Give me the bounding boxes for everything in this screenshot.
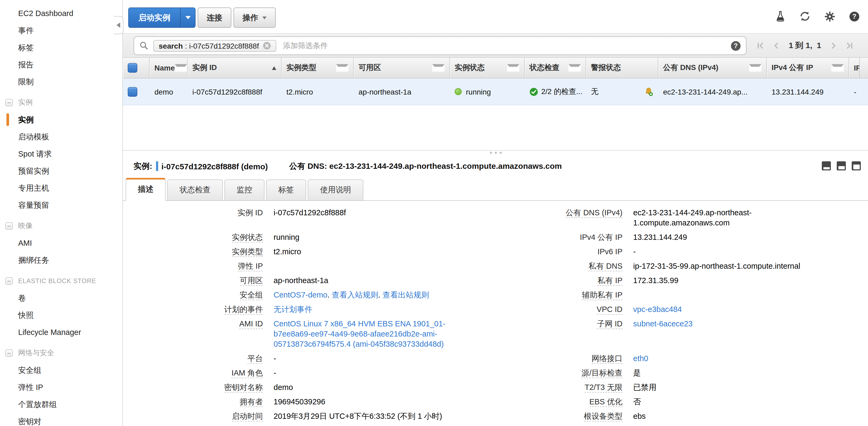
tab-0[interactable]: 描述	[126, 178, 166, 201]
detail-text: 196945039296	[274, 397, 326, 406]
detail-row-0: 实例 IDi-07c57d1292c8f888f公有 DNS (IPv4)ec2…	[131, 206, 831, 230]
sidebar-item-1[interactable]: 事件	[0, 22, 122, 39]
search-help-icon[interactable]: ?	[731, 41, 741, 51]
sidebar-item-6[interactable]: 实例	[0, 111, 122, 128]
column-header-IPv6 IP[interactable]: IPv6 IP	[849, 58, 860, 78]
sidebar-item-17[interactable]: 快照	[0, 306, 122, 324]
tab-4[interactable]: 使用说明	[308, 179, 363, 200]
sidebar-item-18[interactable]: Lifecycle Manager	[0, 324, 122, 341]
sidebar-item-9[interactable]: 预留实例	[0, 162, 122, 179]
detail-value: ap-northeast-1a	[263, 273, 458, 288]
detail-text: 172.31.35.99	[633, 276, 678, 285]
selection-marker	[156, 161, 158, 171]
sort-icon	[432, 64, 444, 72]
cell-ipv6: -	[849, 78, 860, 105]
detail-link[interactable]: CentOS Linux 7 x86_64 HVM EBS ENA 1901_0…	[274, 320, 445, 348]
first-page-button[interactable]	[756, 42, 764, 49]
detail-row-8: 平台-网络接口eth0	[131, 352, 831, 366]
actions-button[interactable]: 操作	[234, 7, 276, 28]
pane-medium-button[interactable]	[837, 161, 846, 170]
tab-2[interactable]: 监控	[224, 179, 265, 200]
collapse-minus-icon[interactable]	[5, 99, 13, 106]
sidebar-label: 快照	[18, 311, 34, 320]
create-alarm-bell-icon[interactable]	[644, 87, 653, 96]
sidebar-item-10[interactable]: 专用主机	[0, 179, 122, 197]
sidebar-item-0[interactable]: EC2 Dashboard	[0, 5, 122, 22]
row-checkbox[interactable]	[128, 87, 137, 96]
pane-splitter[interactable]	[123, 150, 868, 154]
settings-gear-icon[interactable]	[825, 11, 835, 22]
splitter-dot	[490, 152, 492, 154]
detail-link[interactable]: CentOS7-demo	[274, 291, 328, 299]
sidebar-item-8[interactable]: Spot 请求	[0, 145, 122, 162]
column-header-警报状态[interactable]: 警报状态	[586, 58, 658, 78]
sidebar-item-3[interactable]: 报告	[0, 56, 122, 73]
sidebar-label: 预留实例	[18, 167, 49, 175]
cell-text: t2.micro	[286, 87, 313, 96]
collapse-minus-icon[interactable]	[5, 277, 13, 285]
sidebar-item-2[interactable]: 标签	[0, 39, 122, 56]
sidebar-label: EC2 Dashboard	[18, 9, 73, 18]
detail-label: 实例类型	[131, 244, 263, 259]
pane-large-button[interactable]	[852, 161, 861, 170]
detail-link[interactable]: eth0	[633, 354, 648, 363]
column-header-实例状态[interactable]: 实例状态	[450, 58, 525, 78]
column-header-checkbox[interactable]	[123, 58, 150, 78]
filter-tag[interactable]: search : i-07c57d1292c8f888f	[153, 40, 276, 52]
sidebar-item-16[interactable]: 卷	[0, 290, 122, 306]
sidebar-item-7[interactable]: 启动模板	[0, 128, 122, 145]
search-icon	[140, 41, 149, 50]
sidebar-item-11[interactable]: 容量预留	[0, 197, 122, 214]
column-label: 实例状态	[455, 63, 485, 73]
detail-label: 启动时间	[131, 409, 263, 424]
flask-icon[interactable]	[775, 11, 785, 22]
cell-text: ap-northeast-1a	[359, 87, 411, 96]
remove-filter-icon[interactable]	[262, 42, 271, 50]
sidebar-item-13[interactable]: AMI	[0, 234, 122, 252]
refresh-icon[interactable]	[799, 11, 811, 22]
column-header-实例类型[interactable]: 实例类型	[282, 58, 354, 78]
sidebar-item-14[interactable]: 捆绑任务	[0, 252, 122, 269]
launch-instance-button[interactable]: 启动实例	[128, 7, 195, 28]
select-all-checkbox[interactable]	[128, 63, 137, 73]
pane-small-button[interactable]	[822, 161, 831, 170]
sidebar-item-4[interactable]: 限制	[0, 73, 122, 90]
detail-text: ap-northeast-1a	[274, 276, 328, 285]
details-title-label: 实例:	[133, 161, 152, 171]
column-header-实例 ID[interactable]: 实例 ID	[188, 58, 282, 78]
next-page-button[interactable]	[830, 42, 837, 49]
detail-link[interactable]: 查看出站规则	[382, 291, 429, 299]
last-page-button[interactable]	[846, 42, 853, 49]
chevron-down-icon	[262, 16, 267, 19]
prev-page-button[interactable]	[773, 42, 780, 49]
table-row[interactable]: demoi-07c57d1292c8f888ft2.microap-northe…	[123, 78, 868, 105]
column-header-状态检查[interactable]: 状态检查	[525, 58, 586, 78]
actions-label: 操作	[243, 8, 258, 27]
sort-icon	[336, 64, 348, 72]
sidebar-item-23[interactable]: 密钥对	[0, 413, 122, 426]
detail-text: 是	[633, 368, 641, 377]
column-header-Name[interactable]: Name	[150, 58, 188, 78]
connect-button[interactable]: 连接	[198, 7, 231, 28]
detail-link[interactable]: 无计划事件	[274, 305, 312, 314]
detail-value: 否	[622, 395, 831, 409]
launch-instance-dropdown[interactable]	[180, 8, 195, 27]
tab-1[interactable]: 状态检查	[167, 179, 223, 200]
detail-link[interactable]: subnet-6acece23	[633, 320, 693, 328]
column-header-可用区[interactable]: 可用区	[354, 58, 450, 78]
search-input[interactable]: search : i-07c57d1292c8f888f 添加筛选条件 ?	[133, 36, 746, 55]
detail-link[interactable]: vpc-e3bac484	[633, 305, 682, 314]
collapse-minus-icon[interactable]	[5, 349, 13, 357]
detail-link[interactable]: 查看入站规则	[332, 291, 378, 299]
column-header-IPv4 公有 IP[interactable]: IPv4 公有 IP	[767, 58, 849, 78]
collapse-minus-icon[interactable]	[5, 222, 13, 230]
sidebar-item-22[interactable]: 个置放群组	[0, 396, 122, 413]
sidebar-item-21[interactable]: 弹性 IP	[0, 379, 122, 396]
column-header-公有 DNS (IPv4)[interactable]: 公有 DNS (IPv4)	[658, 58, 767, 78]
cell-instance-id: i-07c57d1292c8f888f	[188, 78, 282, 105]
sidebar-collapse-button[interactable]	[114, 16, 123, 34]
tab-3[interactable]: 标签	[266, 179, 306, 200]
help-icon[interactable]: ?	[849, 11, 860, 22]
sidebar-item-20[interactable]: 安全组	[0, 362, 122, 379]
detail-row-11: 拥有者196945039296EBS 优化否	[131, 395, 831, 409]
